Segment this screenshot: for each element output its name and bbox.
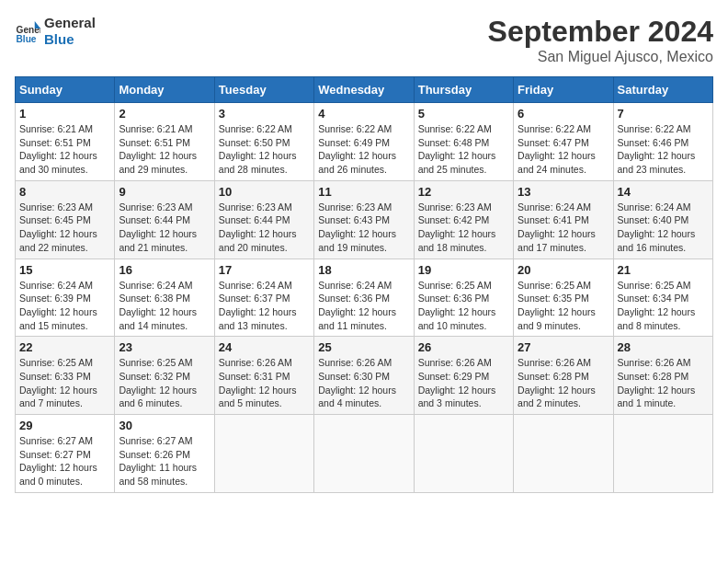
day-sunrise: Sunrise: 6:21 AM (119, 123, 192, 134)
day-number: 3 (219, 107, 310, 121)
day-number: 10 (219, 185, 310, 199)
day-sunrise: Sunrise: 6:26 AM (219, 357, 292, 368)
day-daylight: Daylight: 12 hours and 11 minutes. (318, 306, 396, 331)
calendar-week-row: 15 Sunrise: 6:24 AM Sunset: 6:39 PM Dayl… (16, 259, 713, 337)
calendar-cell: 5 Sunrise: 6:22 AM Sunset: 6:48 PM Dayli… (414, 103, 513, 181)
day-number: 13 (518, 185, 609, 199)
calendar-cell: 16 Sunrise: 6:24 AM Sunset: 6:38 PM Dayl… (115, 259, 214, 337)
day-sunset: Sunset: 6:41 PM (518, 214, 589, 225)
logo-general: General (44, 15, 96, 31)
day-daylight: Daylight: 12 hours and 13 minutes. (219, 306, 297, 331)
day-daylight: Daylight: 12 hours and 20 minutes. (219, 228, 297, 253)
day-number: 7 (618, 107, 709, 121)
day-number: 5 (418, 107, 509, 121)
day-sunset: Sunset: 6:35 PM (518, 293, 589, 304)
day-sunset: Sunset: 6:36 PM (318, 293, 390, 304)
day-sunrise: Sunrise: 6:21 AM (19, 123, 93, 134)
calendar-table: SundayMondayTuesdayWednesdayThursdayFrid… (15, 76, 713, 493)
day-daylight: Daylight: 12 hours and 9 minutes. (518, 306, 596, 331)
day-daylight: Daylight: 12 hours and 4 minutes. (318, 385, 396, 409)
day-number: 11 (318, 185, 409, 199)
calendar-cell: 3 Sunrise: 6:22 AM Sunset: 6:50 PM Dayli… (214, 103, 313, 181)
day-daylight: Daylight: 12 hours and 30 minutes. (19, 150, 97, 175)
day-daylight: Daylight: 12 hours and 25 minutes. (418, 150, 496, 175)
logo-icon: General Blue (15, 18, 40, 44)
day-number: 4 (318, 107, 409, 121)
day-number: 2 (119, 107, 210, 121)
day-sunset: Sunset: 6:28 PM (618, 371, 689, 382)
svg-text:Blue: Blue (17, 34, 37, 44)
day-sunrise: Sunrise: 6:22 AM (618, 123, 691, 134)
day-sunrise: Sunrise: 6:24 AM (219, 280, 292, 291)
calendar-cell: 26 Sunrise: 6:26 AM Sunset: 6:29 PM Dayl… (414, 337, 513, 415)
col-header-tuesday: Tuesday (214, 77, 313, 103)
calendar-cell: 24 Sunrise: 6:26 AM Sunset: 6:31 PM Dayl… (214, 337, 313, 415)
day-number: 23 (119, 340, 210, 354)
day-sunset: Sunset: 6:33 PM (19, 371, 91, 382)
day-sunrise: Sunrise: 6:23 AM (19, 201, 93, 213)
day-daylight: Daylight: 12 hours and 24 minutes. (518, 150, 596, 175)
day-sunrise: Sunrise: 6:24 AM (518, 201, 591, 213)
day-sunset: Sunset: 6:42 PM (418, 214, 490, 225)
calendar-cell (613, 415, 712, 493)
calendar-cell: 9 Sunrise: 6:23 AM Sunset: 6:44 PM Dayli… (115, 180, 214, 259)
day-sunrise: Sunrise: 6:23 AM (418, 201, 492, 213)
logo: General Blue General Blue (15, 15, 96, 48)
day-sunset: Sunset: 6:34 PM (618, 293, 689, 304)
calendar-cell: 22 Sunrise: 6:25 AM Sunset: 6:33 PM Dayl… (16, 337, 115, 415)
day-daylight: Daylight: 12 hours and 26 minutes. (318, 150, 396, 175)
day-number: 30 (119, 419, 210, 432)
day-number: 22 (19, 340, 110, 354)
day-sunrise: Sunrise: 6:24 AM (119, 280, 192, 291)
col-header-monday: Monday (115, 77, 214, 103)
calendar-cell: 1 Sunrise: 6:21 AM Sunset: 6:51 PM Dayli… (16, 103, 115, 181)
day-number: 15 (19, 263, 110, 277)
day-sunset: Sunset: 6:38 PM (119, 293, 190, 304)
day-sunset: Sunset: 6:32 PM (119, 371, 190, 382)
col-header-saturday: Saturday (613, 77, 712, 103)
calendar-cell (214, 415, 313, 493)
day-sunrise: Sunrise: 6:25 AM (119, 357, 192, 368)
calendar-week-row: 8 Sunrise: 6:23 AM Sunset: 6:45 PM Dayli… (16, 180, 713, 259)
day-sunrise: Sunrise: 6:26 AM (318, 357, 392, 368)
calendar-cell: 23 Sunrise: 6:25 AM Sunset: 6:32 PM Dayl… (115, 337, 214, 415)
day-sunset: Sunset: 6:40 PM (618, 214, 689, 225)
calendar-body: 1 Sunrise: 6:21 AM Sunset: 6:51 PM Dayli… (16, 103, 713, 493)
day-number: 29 (19, 419, 110, 432)
day-sunset: Sunset: 6:39 PM (19, 293, 91, 304)
day-daylight: Daylight: 12 hours and 19 minutes. (318, 228, 396, 253)
day-daylight: Daylight: 12 hours and 21 minutes. (119, 228, 197, 253)
calendar-cell: 12 Sunrise: 6:23 AM Sunset: 6:42 PM Dayl… (414, 180, 513, 259)
calendar-cell: 21 Sunrise: 6:25 AM Sunset: 6:34 PM Dayl… (613, 259, 712, 337)
day-sunset: Sunset: 6:37 PM (219, 293, 290, 304)
day-number: 1 (19, 107, 110, 121)
day-sunrise: Sunrise: 6:25 AM (518, 280, 591, 291)
day-number: 19 (418, 263, 509, 277)
day-daylight: Daylight: 12 hours and 22 minutes. (19, 228, 97, 253)
day-sunset: Sunset: 6:44 PM (119, 214, 190, 225)
day-sunset: Sunset: 6:51 PM (19, 137, 91, 148)
calendar-cell: 13 Sunrise: 6:24 AM Sunset: 6:41 PM Dayl… (514, 180, 613, 259)
day-daylight: Daylight: 12 hours and 28 minutes. (219, 150, 297, 175)
day-sunrise: Sunrise: 6:22 AM (318, 123, 392, 134)
calendar-cell (314, 415, 414, 493)
logo-blue: Blue (44, 31, 96, 48)
day-sunset: Sunset: 6:46 PM (618, 137, 689, 148)
day-sunrise: Sunrise: 6:26 AM (518, 357, 591, 368)
day-number: 6 (518, 107, 609, 121)
calendar-cell (414, 415, 513, 493)
day-sunset: Sunset: 6:43 PM (318, 214, 390, 225)
day-sunrise: Sunrise: 6:24 AM (618, 201, 691, 213)
day-number: 25 (318, 340, 409, 354)
day-sunset: Sunset: 6:44 PM (219, 214, 290, 225)
day-daylight: Daylight: 12 hours and 7 minutes. (19, 385, 97, 409)
day-sunset: Sunset: 6:36 PM (418, 293, 490, 304)
calendar-cell: 28 Sunrise: 6:26 AM Sunset: 6:28 PM Dayl… (613, 337, 712, 415)
day-daylight: Daylight: 12 hours and 29 minutes. (119, 150, 197, 175)
calendar-cell: 25 Sunrise: 6:26 AM Sunset: 6:30 PM Dayl… (314, 337, 414, 415)
day-sunset: Sunset: 6:28 PM (518, 371, 589, 382)
title-area: September 2024 San Miguel Ajusco, Mexico (488, 15, 713, 65)
day-sunrise: Sunrise: 6:27 AM (119, 435, 192, 446)
day-daylight: Daylight: 12 hours and 0 minutes. (19, 462, 97, 487)
col-header-friday: Friday (514, 77, 613, 103)
